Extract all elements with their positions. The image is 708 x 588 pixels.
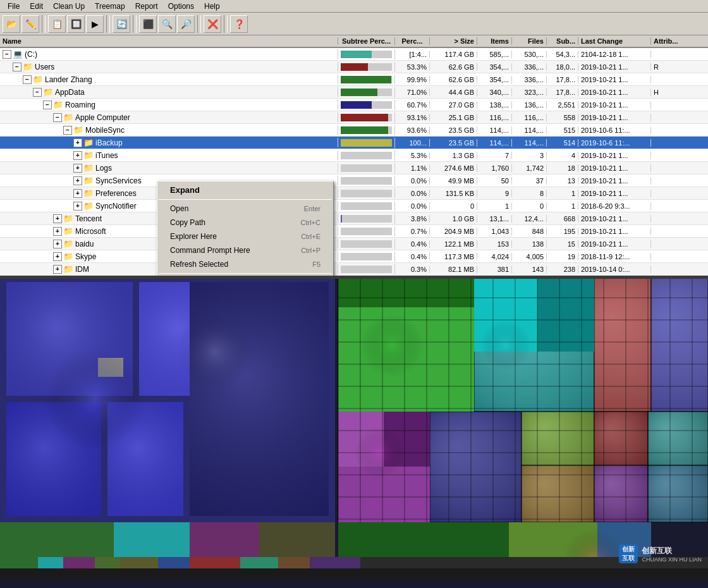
- menu-options[interactable]: Options: [163, 1, 199, 12]
- sub-cell: 1: [547, 190, 578, 197]
- perc-cell: 0.4%: [395, 240, 430, 248]
- collapse-icon[interactable]: −: [23, 75, 32, 84]
- toolbar-btn-zoomin[interactable]: 🔍: [158, 15, 176, 33]
- size-cell: 131.5 KB: [430, 190, 477, 197]
- ctx-open[interactable]: Open Enter: [157, 202, 333, 216]
- collapse-icon[interactable]: −: [43, 101, 52, 109]
- treemap-visualization[interactable]: 创新互联 创新互联 CHUANG XIN HU LIAN: [0, 276, 708, 579]
- expand-icon[interactable]: +: [73, 202, 82, 211]
- files-cell: 114,...: [512, 139, 547, 147]
- collapse-icon[interactable]: −: [33, 88, 42, 97]
- ctx-command-prompt[interactable]: Command Prompt Here Ctrl+P: [157, 243, 333, 257]
- items-cell: 1: [477, 202, 512, 210]
- toolbar-btn-help[interactable]: ❓: [230, 15, 248, 33]
- menu-cleanup[interactable]: Clean Up: [48, 1, 90, 12]
- table-row[interactable]: −📁AppData71.0%44.4 GB340,...323,...17,8.…: [0, 86, 708, 99]
- table-row[interactable]: +📁baidu0.4%122.1 MB153138152019-10-21 1.…: [0, 238, 708, 250]
- toolbar-sep-3: [133, 15, 137, 33]
- col-header-files[interactable]: Files: [512, 37, 547, 45]
- expand-icon[interactable]: +: [73, 138, 82, 147]
- watermark-text: 创新互联 CHUANG XIN HU LIAN: [642, 546, 702, 563]
- folder-icon: 📁: [63, 214, 73, 223]
- perc-cell: 60.7%: [395, 101, 430, 109]
- bar-cell: [338, 125, 395, 135]
- toolbar-btn-back[interactable]: ⬛: [139, 15, 157, 33]
- ctx-copy-path[interactable]: Copy Path Ctrl+C: [157, 216, 333, 230]
- ctx-refresh[interactable]: Refresh Selected F5: [157, 257, 333, 271]
- table-row[interactable]: −📁Lander Zhang99.9%62.6 GB354,...336,...…: [0, 73, 708, 86]
- change-cell: 2019-10-21 1...: [578, 89, 651, 96]
- toolbar-btn-refresh[interactable]: 🔄: [113, 15, 130, 33]
- menu-help[interactable]: Help: [199, 1, 225, 12]
- toolbar-btn-scan[interactable]: 📋: [48, 15, 66, 33]
- ctx-explorer-here[interactable]: Explorer Here Ctrl+E: [157, 230, 333, 243]
- table-row[interactable]: −📁Users53.3%62.6 GB354,...336,...18,0...…: [0, 61, 708, 73]
- col-header-subtree[interactable]: Subtree Perc...: [338, 37, 395, 45]
- expand-icon[interactable]: +: [53, 227, 62, 236]
- watermark: 创新互联 创新互联 CHUANG XIN HU LIAN: [619, 544, 702, 563]
- table-row[interactable]: +📁iBackup100...23.5 GB114,...114,...5142…: [0, 137, 708, 149]
- change-cell: 2019-10-21 1...: [578, 76, 651, 83]
- change-cell: 2019-10-21 1...: [578, 63, 651, 71]
- expand-icon[interactable]: +: [53, 265, 62, 274]
- menu-treemap[interactable]: Treemap: [90, 1, 130, 12]
- toolbar-btn-zoomout[interactable]: 🔎: [177, 15, 195, 33]
- table-row[interactable]: +📁SyncNotifier0.0%01012018-6-20 9:3...: [0, 200, 708, 212]
- menu-report[interactable]: Report: [130, 1, 163, 12]
- perc-cell: 53.3%: [395, 63, 430, 71]
- expand-icon[interactable]: +: [73, 164, 82, 173]
- tree-item-label: Logs: [95, 164, 112, 173]
- expand-icon[interactable]: +: [53, 252, 62, 261]
- collapse-icon[interactable]: −: [13, 63, 21, 71]
- col-header-sub[interactable]: Sub...: [547, 37, 578, 45]
- bar-cell: [338, 87, 395, 97]
- change-cell: 2019-10-21 1...: [578, 164, 651, 172]
- col-header-items[interactable]: Items: [477, 37, 512, 45]
- items-cell: 153: [477, 240, 512, 248]
- col-header-name[interactable]: Name: [0, 37, 338, 45]
- table-row[interactable]: +📁Preferences0.0%131.5 KB9812019-10-21 1…: [0, 187, 708, 200]
- expand-icon[interactable]: +: [73, 151, 82, 160]
- table-row[interactable]: −📁MobileSync93.6%23.5 GB114,...114,...51…: [0, 124, 708, 137]
- sub-cell: 17,8...: [547, 76, 578, 83]
- ctx-expand[interactable]: Expand: [157, 183, 333, 197]
- table-row[interactable]: +📁Tencent3.8%1.0 GB13,1...12,4...6682019…: [0, 212, 708, 225]
- table-row[interactable]: +📁Logs1.1%274.6 MB1,7601,742182019-10-21…: [0, 162, 708, 175]
- col-header-attrib[interactable]: Attrib...: [651, 37, 683, 45]
- table-row[interactable]: −📁Roaming60.7%27.0 GB138,...136,...2,551…: [0, 99, 708, 111]
- table-row[interactable]: +📁iTunes5.3%1.3 GB7342019-10-21 1...: [0, 149, 708, 162]
- collapse-icon[interactable]: −: [53, 113, 62, 122]
- collapse-icon[interactable]: −: [63, 126, 72, 135]
- folder-icon: 📁: [43, 87, 53, 97]
- files-cell: 12,4...: [512, 215, 547, 223]
- col-header-size[interactable]: > Size: [430, 37, 477, 45]
- expand-icon[interactable]: +: [73, 189, 82, 198]
- menu-edit[interactable]: Edit: [25, 1, 48, 12]
- watermark-logo: 创新互联: [619, 544, 638, 563]
- tree-item-label: Preferences: [95, 189, 137, 198]
- change-cell: 2018-6-20 9:3...: [578, 202, 651, 210]
- col-header-perc[interactable]: Perc...: [395, 37, 430, 45]
- col-header-lastchange[interactable]: Last Change: [578, 37, 651, 45]
- table-row[interactable]: −💻(C:)[1:4...117.4 GB585,...530,...54,3.…: [0, 48, 708, 61]
- toolbar-btn-play[interactable]: ▶: [86, 15, 104, 33]
- bar-cell: [338, 226, 395, 236]
- toolbar-btn-edit[interactable]: ✏️: [21, 15, 39, 33]
- table-row[interactable]: +📁Skype0.4%117.3 MB4,0244,005192018-11-9…: [0, 250, 708, 263]
- perc-cell: 71.0%: [395, 89, 430, 96]
- files-cell: 323,...: [512, 89, 547, 96]
- table-row[interactable]: +📁Microsoft0.7%204.9 MB1,0438481952019-1…: [0, 225, 708, 238]
- expand-icon[interactable]: +: [53, 240, 62, 248]
- files-cell: 530,...: [512, 51, 547, 58]
- toolbar-btn-stop[interactable]: ❌: [204, 15, 221, 33]
- expand-icon[interactable]: +: [73, 176, 82, 185]
- toolbar-btn-new[interactable]: 📂: [3, 15, 20, 33]
- toolbar-btn-scan2[interactable]: 🔲: [67, 15, 85, 33]
- menu-file[interactable]: File: [3, 1, 25, 12]
- items-cell: 138,...: [477, 101, 512, 109]
- expand-icon[interactable]: +: [53, 214, 62, 223]
- table-row[interactable]: +📁IDM0.3%82.1 MB3811432382019-10-14 0:..…: [0, 263, 708, 276]
- table-row[interactable]: +📁SyncServices0.0%49.9 MB5037132019-10-2…: [0, 175, 708, 187]
- table-row[interactable]: −📁Apple Computer93.1%25.1 GB116,...116,.…: [0, 111, 708, 124]
- collapse-icon[interactable]: −: [3, 50, 11, 59]
